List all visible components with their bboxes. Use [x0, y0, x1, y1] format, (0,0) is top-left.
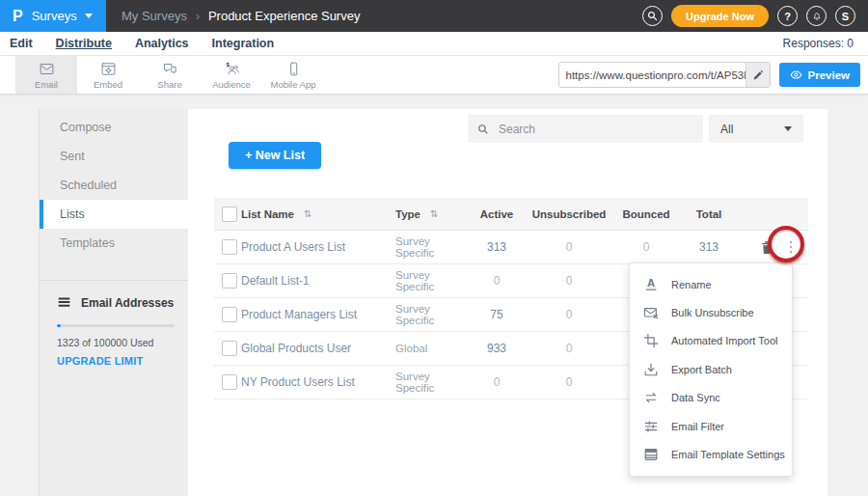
menu-item[interactable]: Email Filter	[630, 412, 792, 440]
survey-nav: EditDistributeAnalyticsIntegration Respo…	[0, 32, 868, 56]
unsubscribed-count[interactable]: 0	[526, 240, 612, 254]
preview-button[interactable]: Preview	[779, 63, 860, 87]
upgrade-now-button[interactable]: Upgrade Now	[671, 5, 769, 27]
channel-tab[interactable]: Embed	[77, 56, 139, 94]
menu-item[interactable]: Email Template Settings	[630, 440, 792, 468]
active-count[interactable]: 933	[468, 342, 526, 355]
menu-item[interactable]: Bulk Unsubscribe	[630, 298, 792, 326]
svg-text:A: A	[647, 278, 655, 289]
menu-item-label: Data Sync	[671, 392, 720, 403]
list-name-link[interactable]: NY Product Users List	[241, 375, 395, 389]
channel-tab[interactable]: Email	[15, 56, 77, 94]
active-count[interactable]: 313	[468, 240, 526, 254]
sidebar-item[interactable]: Lists	[40, 200, 188, 229]
email-filter-icon	[643, 419, 659, 434]
sidebar-item[interactable]: Scheduled	[40, 171, 188, 200]
menu-item[interactable]: Export Batch	[630, 355, 792, 383]
delete-list-icon[interactable]	[760, 240, 773, 255]
survey-nav-tabs: EditDistributeAnalyticsIntegration	[10, 37, 274, 50]
header-actions: Upgrade Now ? S	[642, 5, 868, 27]
breadcrumb-parent[interactable]: My Surveys	[122, 9, 187, 23]
menu-item-label: Email Filter	[671, 421, 724, 432]
col-bounced: Bounced	[612, 208, 680, 220]
unsubscribed-count[interactable]: 0	[526, 375, 612, 389]
email-usage-progress	[57, 324, 175, 327]
help-button[interactable]: ?	[777, 6, 798, 26]
edit-url-button[interactable]	[746, 63, 770, 87]
nav-tab[interactable]: Edit	[10, 37, 33, 50]
chevron-down-icon	[784, 126, 792, 131]
email-usage-text: 1323 of 100000 Used	[57, 337, 175, 348]
row-checkbox[interactable]	[222, 273, 237, 289]
channel-tab[interactable]: Share	[139, 56, 201, 94]
row-checkbox[interactable]	[222, 341, 237, 356]
avatar[interactable]: S	[835, 6, 855, 26]
email-addresses-header: Email Addresses	[57, 295, 175, 310]
more-actions-icon[interactable]	[787, 238, 796, 257]
sort-icon[interactable]: ⇅	[430, 208, 438, 219]
page-title: Product Experience Survey	[208, 9, 361, 23]
list-icon	[57, 295, 71, 310]
bulk-unsubscribe-icon	[643, 305, 659, 320]
bounced-count[interactable]: 0	[612, 240, 680, 254]
col-total: Total	[680, 208, 738, 220]
top-header: P Surveys My Surveys › Product Experienc…	[0, 0, 868, 32]
channel-tab[interactable]: Mobile App	[262, 56, 324, 94]
lists-panel: All + New List List Name ⇅ Type ⇅ Active…	[188, 109, 827, 496]
channel-label: Embed	[94, 79, 122, 90]
select-all-checkbox[interactable]	[222, 207, 237, 222]
embed-icon	[100, 60, 117, 77]
breadcrumb: My Surveys › Product Experience Survey	[122, 9, 360, 23]
list-name-link[interactable]: Default List-1	[241, 274, 395, 288]
survey-url-field[interactable]: https://www.questionpro.com/t/AP53kZgfo	[558, 62, 771, 88]
unsubscribed-count[interactable]: 0	[526, 274, 612, 288]
search-button[interactable]	[642, 6, 663, 26]
product-menu-label: Surveys	[32, 9, 77, 23]
unsubscribed-count[interactable]: 0	[526, 308, 612, 321]
col-type: Type	[395, 208, 420, 220]
menu-item-label: Automated Import Tool	[671, 335, 777, 346]
pencil-icon	[752, 69, 764, 81]
eye-icon	[790, 69, 802, 81]
new-list-button[interactable]: + New List	[229, 142, 321, 169]
notifications-button[interactable]	[806, 6, 827, 26]
menu-item-label: Export Batch	[671, 364, 732, 375]
nav-tab[interactable]: Integration	[212, 37, 275, 50]
menu-item[interactable]: A Rename	[630, 270, 792, 298]
rename-icon: A	[643, 277, 659, 292]
product-switcher[interactable]: P Surveys	[0, 0, 106, 32]
data-sync-icon	[643, 390, 659, 405]
unsubscribed-count[interactable]: 0	[526, 342, 612, 355]
col-unsubscribed: Unsubscribed	[526, 208, 612, 220]
active-count[interactable]: 75	[468, 308, 526, 321]
menu-item-label: Bulk Unsubscribe	[671, 307, 754, 318]
sidebar-item[interactable]: Compose	[40, 113, 188, 142]
upgrade-limit-link[interactable]: UPGRADE LIMIT	[57, 355, 175, 367]
channel-tab[interactable]: $ Audience	[201, 56, 262, 94]
email-sidebar: ComposeSentScheduledListsTemplates Email…	[39, 109, 188, 496]
channel-label: Mobile App	[270, 79, 315, 90]
list-type-filter[interactable]: All	[709, 115, 803, 143]
menu-item[interactable]: Automated Import Tool	[630, 327, 792, 355]
row-checkbox[interactable]	[222, 307, 237, 322]
sidebar-item[interactable]: Sent	[40, 142, 188, 171]
responses-count: Responses: 0	[783, 37, 854, 50]
nav-tab[interactable]: Distribute	[56, 37, 112, 50]
list-name-link[interactable]: Global Products User	[241, 342, 395, 355]
filter-value: All	[720, 123, 733, 136]
sort-icon[interactable]: ⇅	[304, 208, 312, 219]
search-input[interactable]	[497, 122, 693, 137]
list-name-link[interactable]: Product Managers List	[241, 308, 395, 321]
menu-item-label: Email Template Settings	[671, 449, 785, 460]
sidebar-item[interactable]: Templates	[40, 229, 188, 258]
active-count[interactable]: 0	[468, 274, 526, 288]
menu-item[interactable]: Data Sync	[630, 384, 792, 412]
row-checkbox[interactable]	[222, 239, 237, 255]
list-search[interactable]	[468, 115, 703, 143]
list-name-link[interactable]: Product A Users List	[241, 240, 395, 254]
row-checkbox[interactable]	[222, 374, 237, 390]
total-count[interactable]: 313	[680, 240, 738, 254]
search-icon	[477, 124, 489, 135]
active-count[interactable]: 0	[468, 375, 526, 389]
nav-tab[interactable]: Analytics	[135, 37, 189, 50]
